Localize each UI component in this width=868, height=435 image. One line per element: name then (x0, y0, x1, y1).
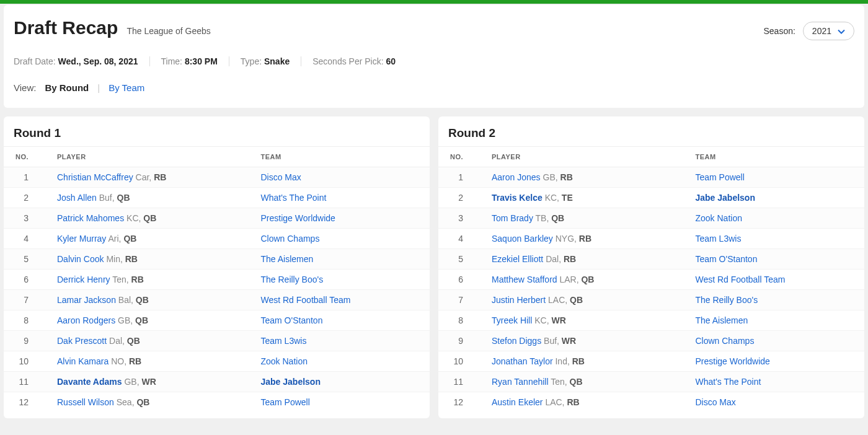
player-position: QB (551, 213, 564, 223)
player-link[interactable]: Alvin Kamara (57, 356, 108, 366)
player-link[interactable]: Ezekiel Elliott (492, 254, 543, 264)
team-link[interactable]: Team Powell (695, 172, 744, 182)
player-link[interactable]: Matthew Stafford (492, 275, 557, 284)
team-link[interactable]: Disco Max (695, 397, 735, 407)
team-link[interactable]: The Reilly Boo's (695, 295, 758, 305)
player-link[interactable]: Saquon Barkley (492, 234, 553, 244)
player-cell: Josh Allen Buf, QB (47, 188, 250, 208)
pick-number: 4 (438, 229, 482, 249)
team-link[interactable]: Team O'Stanton (260, 315, 322, 325)
team-link[interactable]: West Rd Football Team (260, 295, 350, 305)
player-link[interactable]: Austin Ekeler (492, 397, 542, 407)
player-link[interactable]: Josh Allen (57, 193, 97, 203)
draft-date-label: Draft Date: (14, 56, 58, 66)
team-link[interactable]: Clown Champs (260, 234, 319, 244)
draft-type-value: Snake (264, 56, 290, 66)
player-cell: Kyler Murray Ari, QB (47, 229, 250, 249)
player-cell: Jonathan Taylor Ind, RB (482, 351, 685, 372)
player-link[interactable]: Travis Kelce (492, 193, 542, 203)
pick-number: 4 (4, 229, 47, 249)
player-link[interactable]: Dalvin Cook (57, 254, 104, 264)
view-by-round[interactable]: By Round (45, 82, 89, 93)
team-link[interactable]: Team Powell (260, 397, 309, 407)
player-team-abbrev: Sea (117, 397, 132, 407)
pick-number: 10 (438, 351, 482, 372)
player-link[interactable]: Ryan Tannehill (492, 377, 549, 387)
team-link[interactable]: What's The Point (695, 377, 761, 387)
team-link[interactable]: What's The Point (260, 193, 326, 203)
pick-number: 2 (4, 188, 47, 208)
player-position: QB (581, 275, 594, 284)
team-link[interactable]: The Reilly Boo's (260, 275, 323, 284)
player-team-abbrev: Car (136, 172, 149, 182)
pick-number: 11 (4, 372, 47, 392)
view-by-team[interactable]: By Team (108, 82, 144, 93)
column-header-team: TEAM (685, 147, 864, 167)
table-row: 2Josh Allen Buf, QBWhat's The Point (4, 188, 430, 208)
header-card: Draft Recap The League of Geebs Season: … (4, 5, 864, 108)
team-link[interactable]: Disco Max (260, 172, 301, 182)
team-link[interactable]: Zook Nation (695, 213, 742, 223)
player-position: RB (129, 356, 141, 366)
player-position: QB (136, 295, 149, 305)
team-cell: The Reilly Boo's (250, 270, 430, 290)
round-card: Round 2NO.PLAYERTEAM1Aaron Jones GB, RBT… (438, 116, 864, 418)
player-team-abbrev: Ten (112, 275, 126, 284)
team-link[interactable]: Prestige Worldwide (695, 356, 769, 366)
team-link[interactable]: Team L3wis (695, 234, 741, 244)
team-cell: Zook Nation (250, 351, 430, 372)
round-title: Round 1 (4, 126, 430, 146)
player-link[interactable]: Derrick Henry (57, 275, 110, 284)
seconds-per-pick-value: 60 (386, 56, 396, 66)
team-link[interactable]: Clown Champs (695, 336, 754, 346)
team-cell: Jabe Jabelson (250, 372, 430, 392)
team-link[interactable]: Jabe Jabelson (260, 377, 321, 387)
player-link[interactable]: Stefon Diggs (492, 336, 541, 346)
player-link[interactable]: Christian McCaffrey (57, 172, 133, 182)
player-link[interactable]: Jonathan Taylor (492, 356, 553, 366)
pick-number: 1 (4, 167, 47, 188)
player-link[interactable]: Dak Prescott (57, 336, 107, 346)
team-link[interactable]: Prestige Worldwide (260, 213, 335, 223)
round-card: Round 1NO.PLAYERTEAM1Christian McCaffrey… (4, 116, 430, 418)
player-link[interactable]: Justin Herbert (492, 295, 546, 305)
player-link[interactable]: Davante Adams (57, 377, 122, 387)
player-link[interactable]: Lamar Jackson (57, 295, 116, 305)
table-row: 11Ryan Tannehill Ten, QBWhat's The Point (438, 372, 864, 392)
player-team-abbrev: Buf (544, 336, 557, 346)
player-link[interactable]: Aaron Rodgers (57, 315, 115, 325)
player-link[interactable]: Tyreek Hill (492, 315, 532, 325)
season-value: 2021 (812, 26, 831, 36)
pick-number: 12 (438, 392, 482, 413)
player-cell: Stefon Diggs Buf, WR (482, 331, 685, 351)
team-link[interactable]: Team O'Stanton (695, 254, 757, 264)
player-link[interactable]: Russell Wilson (57, 397, 114, 407)
team-link[interactable]: West Rd Football Team (695, 275, 785, 284)
player-cell: Aaron Rodgers GB, QB (47, 310, 250, 331)
table-row: 10Alvin Kamara NO, RBZook Nation (4, 351, 430, 372)
player-team-abbrev: KC (534, 315, 546, 325)
team-link[interactable]: The Aislemen (695, 315, 748, 325)
table-row: 9Stefon Diggs Buf, WRClown Champs (438, 331, 864, 351)
team-link[interactable]: Jabe Jabelson (695, 193, 755, 203)
player-link[interactable]: Kyler Murray (57, 234, 106, 244)
player-link[interactable]: Aaron Jones (492, 172, 541, 182)
draft-table: NO.PLAYERTEAM1Aaron Jones GB, RBTeam Pow… (438, 146, 864, 412)
column-header-no: NO. (438, 147, 482, 167)
player-cell: Travis Kelce KC, TE (482, 188, 685, 208)
season-select[interactable]: 2021 (803, 22, 854, 40)
team-cell: Prestige Worldwide (685, 351, 864, 372)
team-link[interactable]: The Aislemen (260, 254, 313, 264)
meta-divider (229, 56, 229, 66)
player-team-abbrev: Min (106, 254, 120, 264)
team-link[interactable]: Zook Nation (260, 356, 307, 366)
pick-number: 8 (4, 310, 47, 331)
team-link[interactable]: Team L3wis (260, 336, 306, 346)
player-team-abbrev: GB (124, 377, 136, 387)
player-link[interactable]: Tom Brady (492, 213, 533, 223)
pick-number: 7 (4, 290, 47, 310)
team-cell: What's The Point (250, 188, 430, 208)
pick-number: 9 (438, 331, 482, 351)
accent-bar (0, 0, 868, 4)
player-link[interactable]: Patrick Mahomes (57, 213, 124, 223)
